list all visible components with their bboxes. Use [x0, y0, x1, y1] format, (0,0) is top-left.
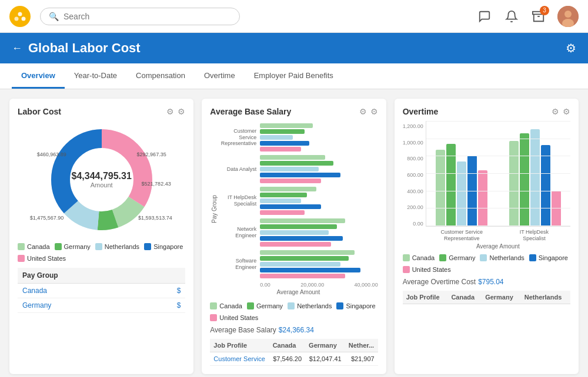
tab-employer-paid-benefits[interactable]: Employer Paid Benefits [245, 64, 343, 89]
bar-se-singapore [260, 268, 360, 272]
label-germany: $292,967.35 [137, 152, 166, 157]
overtime-icons[interactable]: ⚙ ⚙ [552, 107, 570, 116]
filter-icon[interactable]: ⚙ [166, 107, 174, 116]
legend-us: United States [18, 255, 66, 262]
bar-csr-germany [260, 129, 305, 134]
avg-salary-summary-value: $24,366.34 [279, 326, 314, 334]
inbox-icon[interactable]: 3 [530, 8, 547, 25]
vbar-it-us [552, 191, 561, 226]
top-navigation: 🔍 3 [0, 0, 588, 33]
user-avatar[interactable] [557, 6, 579, 27]
bar-da-germany [260, 161, 333, 166]
donut-center: $4,344,795.31 Amount [71, 171, 131, 188]
nav-icons: 3 [476, 6, 579, 27]
settings-icon[interactable]: ⚙ [178, 107, 185, 116]
svg-point-2 [15, 16, 19, 21]
overtime-header: Overtime ⚙ ⚙ [403, 107, 570, 116]
avg-salary-header: Average Base Salary ⚙ ⚙ [210, 107, 377, 116]
svg-point-6 [564, 11, 572, 18]
pay-group-canada[interactable]: Canada [18, 284, 147, 298]
page-header: ← Global Labor Cost ⚙ [0, 33, 588, 63]
notifications-icon[interactable] [503, 8, 520, 25]
svg-point-0 [18, 12, 22, 16]
th-netherlands: Nether... [345, 339, 378, 352]
pay-group-germany[interactable]: Germany [18, 298, 147, 313]
search-bar[interactable]: 🔍 [40, 8, 240, 25]
overtime-title: Overtime [403, 107, 439, 116]
ot-summary-label: Average Overtime Cost [403, 278, 476, 286]
avg-salary-legend: Canada Germany Netherlands Singapore Uni… [210, 302, 377, 321]
donut-chart-container: $4,344,795.31 Amount $460,963.89 $292,96… [18, 121, 185, 238]
grouped-bars [426, 121, 570, 227]
avg-salary-summary-label: Average Base Salary [210, 326, 276, 334]
overtime-table: Job Profile Canada Germany Netherlands [403, 291, 570, 304]
y-axis-title: Pay Group [210, 123, 219, 295]
job-profile-cell[interactable]: Customer Service [210, 352, 269, 366]
settings-icon[interactable]: ⚙ [563, 107, 570, 116]
vbar-it-canada [509, 141, 519, 226]
tab-year-to-date[interactable]: Year-to-Date [65, 64, 126, 89]
legend-us: United States [403, 266, 451, 273]
back-button[interactable]: ← [12, 42, 22, 55]
avg-salary-icons[interactable]: ⚙ ⚙ [359, 107, 378, 116]
legend-germany: Germany [247, 302, 283, 309]
filter-icon[interactable]: ⚙ [359, 107, 367, 116]
page-title: Global Labor Cost [28, 41, 141, 56]
table-row: Canada $ [18, 284, 185, 298]
chart-row-csr: Customer ServiceRepresentative [219, 123, 377, 152]
legend-dot-germany [55, 243, 62, 250]
vbar-it-singapore [541, 145, 550, 226]
inbox-badge: 3 [540, 6, 549, 15]
chart-row-it: IT HelpDeskSpecialist [219, 187, 377, 215]
legend-singapore: Singapore [336, 302, 375, 309]
overtime-legend: Canada Germany Netherlands Singapore Uni… [403, 254, 570, 273]
pay-group-header: Pay Group [18, 268, 147, 284]
filter-icon[interactable]: ⚙ [552, 107, 559, 116]
bar-it-germany [260, 193, 307, 197]
vbar-csr-netherlands [457, 161, 466, 226]
labor-cost-icons[interactable]: ⚙ ⚙ [166, 107, 185, 116]
chart-row-da: Data Analyst [219, 155, 377, 183]
tab-overview[interactable]: Overview [12, 64, 65, 89]
search-icon: 🔍 [49, 12, 59, 21]
bar-it-us [260, 210, 305, 215]
labor-cost-title: Labor Cost [18, 107, 61, 116]
messages-icon[interactable] [476, 8, 493, 25]
overtime-summary: Average Overtime Cost $795.04 [403, 278, 570, 286]
label-us: $1,475,567.90 [30, 215, 64, 221]
legend-netherlands: Netherlands [288, 302, 332, 309]
germany-value: $ [147, 298, 185, 313]
bar-it-netherlands [260, 198, 301, 203]
legend-netherlands: Netherlands [480, 254, 524, 261]
workday-logo[interactable] [9, 6, 31, 27]
legend-canada: Canada [18, 243, 50, 250]
legend-dot-netherlands [95, 243, 102, 250]
vbar-csr-canada [436, 150, 445, 226]
table-row: Germany $ [18, 298, 185, 313]
canada-value: $ [147, 284, 185, 298]
search-input[interactable] [64, 12, 231, 21]
bar-ne-germany [260, 224, 336, 229]
settings-icon[interactable]: ⚙ [566, 41, 576, 55]
avg-salary-title: Average Base Salary [210, 107, 291, 116]
legend-dot-singapore [144, 243, 151, 250]
th-netherlands: Netherlands [521, 291, 570, 304]
ot-summary-value: $795.04 [478, 278, 503, 286]
bar-se-us [260, 274, 345, 278]
bar-da-us [260, 179, 321, 183]
bar-group-csr [426, 144, 497, 226]
x-axis-title: Average Amount [219, 289, 377, 295]
vbar-csr-us [478, 170, 487, 226]
main-content: Labor Cost ⚙ ⚙ [0, 89, 588, 377]
tab-compensation[interactable]: Compensation [126, 64, 195, 89]
settings-icon[interactable]: ⚙ [370, 107, 378, 116]
th-germany: Germany [482, 291, 521, 304]
label-canada: $460,963.89 [37, 152, 66, 157]
donut-amount: $4,344,795.31 [71, 171, 131, 181]
bar-da-netherlands [260, 167, 319, 171]
th-germany: Germany [305, 339, 345, 352]
bar-se-netherlands [260, 262, 340, 267]
avg-salary-chart: Pay Group Customer ServiceRepresentative [210, 121, 377, 298]
legend-canada: Canada [210, 302, 242, 309]
tab-overtime[interactable]: Overtime [195, 64, 245, 89]
